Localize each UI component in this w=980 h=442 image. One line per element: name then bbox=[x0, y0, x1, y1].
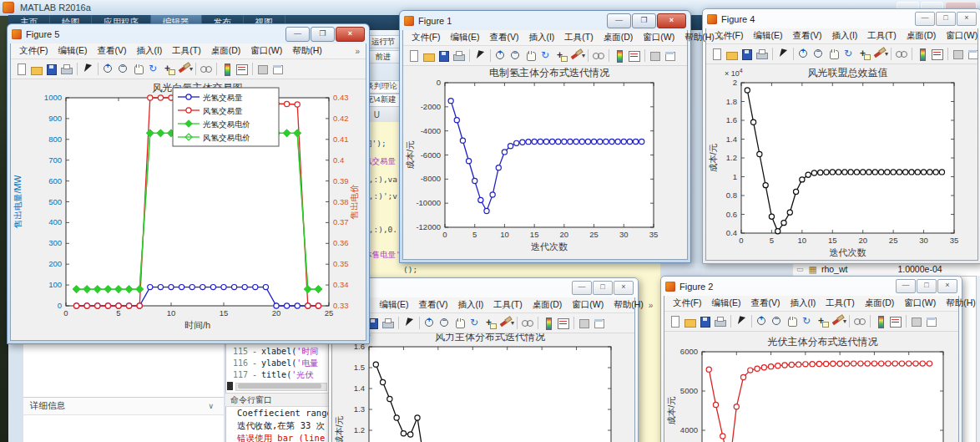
menu-item-2[interactable]: 查看(V) bbox=[484, 32, 523, 43]
pointer-tool-icon[interactable] bbox=[402, 317, 416, 330]
menu-item-7[interactable]: 帮助(H) bbox=[941, 297, 980, 309]
scrollbar-thumb[interactable] bbox=[238, 384, 321, 389]
menu-item-4[interactable]: 工具(T) bbox=[167, 45, 205, 57]
new-file-icon[interactable] bbox=[710, 48, 724, 61]
close-button[interactable]: × bbox=[614, 281, 634, 295]
zoom-in-icon[interactable] bbox=[494, 49, 508, 63]
data-cursor-icon[interactable] bbox=[857, 48, 871, 61]
print-icon[interactable] bbox=[452, 49, 466, 63]
open-file-icon[interactable] bbox=[684, 315, 697, 328]
insert-legend-icon[interactable] bbox=[931, 48, 944, 61]
menu-item-1[interactable]: 编辑(E) bbox=[706, 297, 745, 309]
save-icon[interactable] bbox=[437, 49, 451, 63]
data-cursor-icon[interactable] bbox=[162, 63, 175, 76]
zoom-in-icon[interactable] bbox=[755, 315, 769, 328]
menu-item-0[interactable]: 文件(F) bbox=[668, 297, 706, 309]
brush-icon[interactable] bbox=[498, 317, 512, 330]
open-file-icon[interactable] bbox=[30, 63, 43, 76]
menu-overflow-icon[interactable]: » bbox=[720, 33, 727, 43]
show-plot-tools-icon[interactable] bbox=[593, 317, 606, 330]
figure2-titlebar[interactable]: Figure 2 — □ × bbox=[664, 277, 959, 296]
menu-item-4[interactable]: 工具(T) bbox=[862, 30, 901, 42]
insert-legend-icon[interactable] bbox=[557, 317, 570, 330]
pointer-tool-icon[interactable] bbox=[735, 315, 748, 328]
menu-item-3[interactable]: 插入(I) bbox=[826, 30, 862, 42]
save-icon[interactable] bbox=[740, 48, 754, 61]
print-icon[interactable] bbox=[714, 315, 727, 328]
link-plots-icon[interactable] bbox=[895, 48, 908, 61]
show-plot-tools-icon[interactable] bbox=[967, 48, 980, 61]
insert-colorbar-icon[interactable] bbox=[916, 48, 929, 61]
details-collapsible-row[interactable]: 详细信息 ∨ bbox=[23, 397, 224, 415]
menu-item-5[interactable]: 桌面(D) bbox=[860, 297, 900, 309]
rotate-3d-icon[interactable] bbox=[842, 48, 856, 61]
menu-item-4[interactable]: 工具(T) bbox=[559, 32, 598, 43]
brush-icon[interactable] bbox=[569, 49, 583, 63]
menu-item-4[interactable]: 工具(T) bbox=[488, 299, 527, 311]
minimize-button[interactable]: — bbox=[896, 279, 916, 293]
menu-item-6[interactable]: 窗口(W) bbox=[941, 30, 980, 42]
print-icon[interactable] bbox=[60, 63, 73, 76]
figure4-titlebar[interactable]: Figure 4 — □ × bbox=[705, 9, 978, 28]
menu-item-6[interactable]: 窗口(W) bbox=[567, 299, 609, 311]
menu-item-2[interactable]: 查看(V) bbox=[745, 297, 785, 309]
open-file-icon[interactable] bbox=[725, 48, 739, 61]
maximize-button[interactable]: ❐ bbox=[311, 27, 335, 42]
zoom-out-icon[interactable] bbox=[812, 48, 826, 61]
minimize-button[interactable]: — bbox=[572, 281, 592, 295]
rotate-3d-icon[interactable] bbox=[468, 317, 482, 330]
menu-item-1[interactable]: 编辑(E) bbox=[445, 32, 484, 43]
brush-icon[interactable] bbox=[177, 63, 190, 76]
save-icon[interactable] bbox=[699, 315, 712, 328]
insert-colorbar-icon[interactable] bbox=[542, 317, 555, 330]
print-icon[interactable] bbox=[755, 48, 769, 61]
minimize-button[interactable]: — bbox=[285, 27, 310, 42]
hide-plot-tools-icon[interactable] bbox=[910, 315, 923, 328]
new-file-icon[interactable] bbox=[669, 315, 682, 328]
data-cursor-icon[interactable] bbox=[816, 315, 829, 328]
zoom-in-icon[interactable] bbox=[797, 48, 811, 61]
insert-colorbar-icon[interactable] bbox=[613, 49, 626, 63]
menu-overflow-icon[interactable]: » bbox=[649, 301, 656, 310]
menu-item-1[interactable]: 编辑(E) bbox=[374, 299, 413, 311]
menu-item-6[interactable]: 窗口(W) bbox=[899, 297, 941, 309]
menu-item-5[interactable]: 桌面(D) bbox=[902, 30, 942, 42]
pan-icon[interactable] bbox=[827, 48, 841, 61]
zoom-out-icon[interactable] bbox=[770, 315, 784, 328]
data-cursor-icon[interactable] bbox=[483, 317, 497, 330]
new-file-icon[interactable] bbox=[407, 49, 421, 63]
menu-item-7[interactable]: 帮助(H) bbox=[609, 299, 649, 311]
close-button[interactable]: × bbox=[657, 13, 686, 28]
hide-plot-tools-icon[interactable] bbox=[256, 63, 270, 76]
figure1-titlebar[interactable]: Figure 1 — ❐ × bbox=[402, 11, 688, 30]
pointer-tool-icon[interactable] bbox=[81, 63, 94, 76]
advance-button[interactable]: 前进 bbox=[366, 50, 401, 64]
zoom-in-icon[interactable] bbox=[102, 63, 115, 76]
menu-item-2[interactable]: 查看(V) bbox=[92, 45, 131, 57]
pan-icon[interactable] bbox=[453, 317, 467, 330]
menu-item-5[interactable]: 桌面(D) bbox=[528, 299, 568, 311]
run-section-button[interactable]: 运行节 bbox=[366, 35, 401, 48]
maximize-button[interactable]: □ bbox=[917, 279, 937, 293]
rotate-3d-icon[interactable] bbox=[801, 315, 814, 328]
hide-plot-tools-icon[interactable] bbox=[952, 48, 965, 61]
menu-item-5[interactable]: 桌面(D) bbox=[206, 45, 246, 57]
link-plots-icon[interactable] bbox=[853, 315, 866, 328]
insert-legend-icon[interactable] bbox=[889, 315, 902, 328]
maximize-button[interactable]: □ bbox=[936, 12, 956, 26]
menu-item-0[interactable]: 文件(F) bbox=[407, 32, 445, 43]
minimize-button[interactable]: — bbox=[607, 13, 631, 28]
zoom-out-icon[interactable] bbox=[509, 49, 523, 63]
editor-horizontal-scrollbar[interactable] bbox=[227, 382, 326, 390]
pan-icon[interactable] bbox=[786, 315, 799, 328]
zoom-in-icon[interactable] bbox=[423, 317, 437, 330]
chevron-down-icon[interactable]: ∨ bbox=[208, 402, 214, 410]
show-plot-tools-icon[interactable] bbox=[925, 315, 938, 328]
open-file-icon[interactable] bbox=[422, 49, 436, 63]
pointer-tool-icon[interactable] bbox=[473, 49, 487, 63]
menu-item-3[interactable]: 插入(I) bbox=[131, 45, 167, 57]
menu-item-7[interactable]: 帮助(H) bbox=[287, 45, 327, 57]
link-plots-icon[interactable] bbox=[521, 317, 534, 330]
close-button[interactable]: × bbox=[336, 27, 365, 42]
rotate-3d-icon[interactable] bbox=[147, 63, 160, 76]
